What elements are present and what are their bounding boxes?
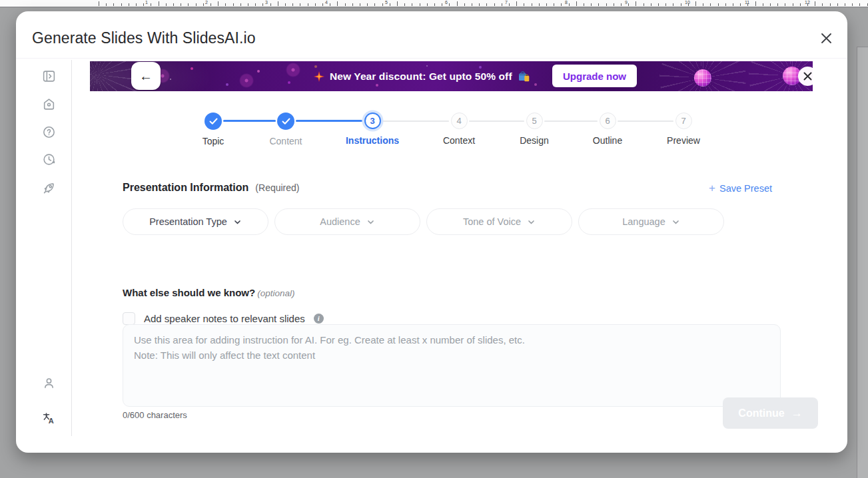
chevron-down-icon [527, 218, 536, 226]
continue-label: Continue [738, 407, 784, 419]
disco-ball-icon [694, 69, 711, 87]
history-icon [42, 152, 56, 166]
sidebar-rocket-button[interactable] [41, 180, 57, 196]
step-check-circle [205, 113, 222, 130]
translate-icon: A [42, 411, 56, 425]
section-heading: Presentation Information(Required) [123, 182, 300, 194]
arrow-right-icon: → [791, 407, 803, 420]
dropdown-label: Tone of Voice [463, 216, 521, 227]
question-heading: What else should we know?(optional) [123, 287, 294, 298]
generate-slides-modal: Generate Slides With SlidesAI.io A ← Ne [16, 11, 847, 453]
back-arrow-icon: ← [139, 69, 153, 84]
shopping-bags-icon [518, 71, 530, 82]
check-icon [282, 118, 290, 125]
x-icon [821, 33, 832, 44]
dropdown-label: Audience [320, 216, 360, 227]
vertical-scrollbar[interactable] [857, 47, 868, 478]
step-instructions[interactable]: 3 Instructions [326, 113, 419, 146]
svg-text:A: A [48, 417, 53, 425]
ruler-number: 2 [205, 0, 208, 5]
ruler-number: 10 [685, 0, 690, 5]
step-number-circle: 6 [600, 113, 616, 129]
sidebar-history-button[interactable] [41, 151, 57, 167]
sidebar-expand-panel-button[interactable] [41, 68, 57, 84]
dropdown-row: Presentation Type Audience Tone of Voice… [123, 208, 724, 235]
ruler-number: 5 [385, 0, 388, 5]
help-icon [42, 125, 56, 139]
rocket-icon [42, 181, 56, 195]
sidebar-divider [71, 60, 72, 436]
step-number-circle: 3 [364, 113, 381, 129]
speaker-notes-row: Add speaker notes to relevant slides i [123, 312, 324, 325]
ruler-number: 11 [745, 0, 749, 5]
character-counter: 0/600 characters [123, 410, 187, 420]
home-icon [42, 97, 56, 111]
tone-of-voice-dropdown[interactable]: Tone of Voice [426, 208, 572, 235]
audience-dropdown[interactable]: Audience [274, 208, 420, 235]
check-icon [209, 118, 218, 125]
header-divider [16, 58, 847, 59]
promo-message-group: New Year discount: Get upto 50% off [314, 61, 530, 91]
promo-close-button[interactable] [798, 67, 813, 86]
ruler-number: 3 [265, 0, 268, 5]
expand-panel-icon [42, 69, 56, 83]
presentation-information-title: Presentation Information [123, 182, 248, 193]
ruler-number: 7 [505, 0, 508, 5]
sidebar-user-button[interactable] [41, 375, 57, 391]
language-dropdown[interactable]: Language [578, 208, 724, 235]
save-preset-button[interactable]: + Save Preset [709, 183, 772, 194]
firework-burst [235, 69, 258, 91]
chevron-down-icon [671, 218, 680, 226]
ruler-number: 6 [445, 0, 448, 5]
step-number-circle: 4 [451, 113, 468, 129]
chevron-down-icon [233, 218, 242, 226]
save-preset-label: Save Preset [719, 183, 772, 194]
user-icon [42, 376, 56, 390]
speaker-notes-label: Add speaker notes to relevant slides [144, 313, 305, 324]
ruler-number: 12 [805, 0, 810, 5]
step-number-circle: 5 [526, 113, 543, 129]
optional-note: (optional) [257, 288, 294, 298]
presentation-type-dropdown[interactable]: Presentation Type [123, 208, 268, 235]
step-label: Instructions [326, 135, 419, 146]
firework-burst [282, 61, 304, 81]
x-icon [803, 72, 812, 81]
ruler-number: 9 [625, 0, 628, 5]
promo-banner: ← New Year discount: Get upto 50% off Up… [90, 61, 813, 91]
step-number-circle: 7 [675, 113, 692, 129]
question-text: What else should we know? [123, 287, 255, 298]
sidebar-home-button[interactable] [41, 96, 57, 112]
chevron-down-icon [366, 218, 375, 226]
ruler-number: 8 [565, 0, 568, 5]
dropdown-label: Presentation Type [149, 216, 227, 227]
plus-icon: + [709, 184, 715, 193]
step-label: Preview [637, 135, 730, 146]
firework-sparkle-icon [314, 71, 324, 82]
ruler-number: 4 [325, 0, 328, 5]
slides-ruler: 123456789101112 [0, 0, 868, 7]
modal-close-button[interactable] [817, 29, 835, 47]
info-icon[interactable]: i [314, 314, 324, 324]
promo-message: New Year discount: Get upto 50% off [330, 71, 512, 83]
back-button[interactable]: ← [131, 62, 161, 90]
instructions-textarea[interactable] [123, 324, 781, 407]
continue-button[interactable]: Continue → [723, 397, 818, 429]
sidebar-translate-button[interactable]: A [41, 410, 57, 426]
ruler-major-ticks [99, 1, 868, 6]
speaker-notes-checkbox[interactable] [123, 312, 135, 325]
dropdown-label: Language [622, 216, 665, 227]
upgrade-now-button[interactable]: Upgrade now [552, 65, 637, 87]
ruler-number: 1 [145, 0, 148, 5]
modal-title: Generate Slides With SlidesAI.io [32, 28, 256, 48]
required-note: (Required) [255, 182, 299, 193]
step-preview[interactable]: 7 Preview [637, 113, 730, 146]
step-check-circle [277, 113, 294, 130]
step-label: Content [239, 136, 332, 146]
sidebar-help-button[interactable] [41, 124, 57, 140]
step-content[interactable]: Content [239, 113, 332, 146]
